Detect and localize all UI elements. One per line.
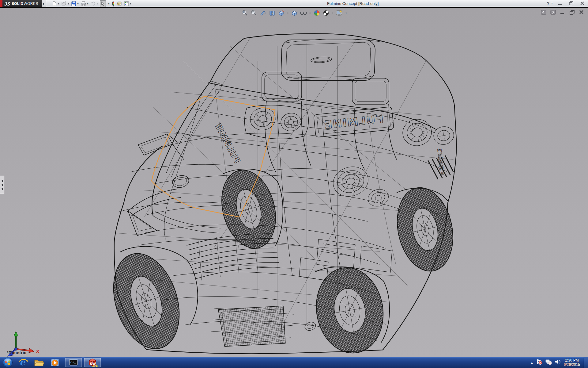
help-icon: ? [547, 1, 550, 6]
print-button[interactable]: ▼ [80, 1, 89, 7]
triad-x-label: X [36, 349, 39, 354]
select-dropdown[interactable]: ▼ [107, 1, 111, 7]
select-button[interactable] [100, 0, 106, 7]
file-properties-button[interactable] [116, 1, 123, 7]
model-wireframe-car[interactable]: FULMINE FULMINE FULMINE [0, 8, 588, 357]
hide-show-items-icon[interactable] [300, 9, 307, 17]
document-minimize-button[interactable] [559, 10, 566, 15]
windows-taskbar: e C:\_ [0, 357, 588, 368]
toolbar-separator [309, 12, 311, 14]
solidworks-taskbar-button[interactable]: SW 2015 [84, 358, 101, 368]
close-button[interactable] [578, 1, 586, 6]
media-player-icon[interactable] [49, 357, 61, 368]
next-window-button[interactable] [550, 10, 556, 15]
window-controls: ? ▼ [547, 1, 586, 6]
open-dropdown-arrow[interactable]: ▼ [67, 3, 70, 5]
undo-button[interactable]: ▼ [90, 1, 99, 7]
save-icon [71, 1, 76, 6]
traffic-light-icon [112, 1, 115, 6]
start-button[interactable] [2, 357, 13, 368]
toolbar-separator [287, 12, 288, 14]
solidworks-logo: ЗS SOLID WORKS [2, 0, 42, 7]
model-badge-side: FULMINE [213, 122, 242, 165]
zoom-to-fit-icon[interactable] [241, 9, 248, 17]
undo-icon [91, 1, 96, 6]
minimize-button[interactable] [556, 1, 564, 6]
toolbar-separator [332, 12, 333, 14]
zoom-to-area-icon[interactable] [250, 9, 257, 17]
rebuild-button[interactable] [111, 1, 115, 7]
internet-explorer-icon[interactable]: e [17, 357, 29, 368]
solidworks-logo-glyph: ЗS [4, 1, 11, 6]
menu-expander-arrow[interactable]: ▶ [42, 0, 46, 7]
show-hidden-icons-button[interactable]: ▲ [530, 361, 533, 364]
help-button[interactable]: ? ▼ [547, 1, 553, 6]
document-window-controls [540, 10, 585, 15]
file-properties-icon [117, 1, 122, 6]
command-prompt-label: C:\_ [70, 361, 76, 364]
taskbar-clock[interactable]: 2:30 PM 6/26/2015 [564, 358, 580, 367]
window-title: Fulmine Concept [Read-only] [327, 1, 379, 6]
action-center-icon[interactable] [536, 359, 542, 366]
quick-access-toolbar: ▼ ▼ ▼ ▼ ▼ [51, 0, 132, 7]
volume-icon[interactable] [555, 359, 561, 366]
document-close-button[interactable] [578, 10, 585, 15]
view-settings-icon[interactable] [335, 9, 343, 17]
command-prompt-taskbar-button[interactable]: C:\_ [65, 358, 82, 368]
save-button[interactable]: ▼ [71, 1, 80, 7]
featuremanager-collapse-tab[interactable] [0, 176, 4, 194]
collapse-arrow-icon [1, 184, 3, 186]
open-icon [62, 1, 67, 6]
open-button[interactable]: ▼ [61, 1, 70, 7]
solidworks-cube-year: 2015 [92, 365, 98, 367]
view-orientation-label: *Dimetric [7, 350, 26, 355]
solidworks-logo-light: WORKS [24, 2, 38, 6]
clock-time: 2:30 PM [564, 358, 580, 362]
title-bar: ЗS SOLID WORKS ▶ ▼ ▼ ▼ [0, 0, 588, 7]
restore-button[interactable] [567, 1, 575, 6]
section-view-icon[interactable] [268, 9, 276, 17]
options-button[interactable]: ▼ [123, 1, 132, 7]
rotate-view-icon[interactable] [259, 9, 266, 17]
undo-dropdown-arrow[interactable]: ▼ [96, 3, 99, 5]
print-dropdown-arrow[interactable]: ▼ [87, 3, 89, 5]
headsup-view-toolbar: ▼ [241, 9, 347, 17]
select-cursor-icon [101, 1, 105, 6]
help-dropdown-arrow[interactable]: ▼ [551, 2, 553, 4]
edit-appearance-icon[interactable] [313, 9, 320, 17]
windows-explorer-icon[interactable] [33, 357, 45, 368]
brand-red-strip [0, 0, 2, 7]
network-disconnected-icon[interactable] [545, 359, 552, 366]
options-dropdown-arrow[interactable]: ▼ [130, 3, 132, 5]
view-orientation-icon[interactable] [277, 9, 285, 17]
new-document-icon [52, 1, 57, 6]
print-icon [81, 1, 86, 6]
collapse-arrow-icon [1, 188, 3, 190]
display-style-icon[interactable] [291, 9, 298, 17]
options-icon [124, 1, 129, 6]
solidworks-logo-bold: SOLID [12, 2, 24, 6]
system-tray: ▲ [530, 359, 561, 366]
clock-date: 6/26/2015 [564, 362, 580, 367]
apply-scene-icon[interactable] [322, 9, 330, 17]
collapse-arrow-icon [1, 180, 3, 182]
previous-window-button[interactable] [540, 10, 547, 15]
solidworks-window: ЗS SOLID WORKS ▶ ▼ ▼ ▼ [0, 0, 588, 368]
save-dropdown-arrow[interactable]: ▼ [77, 3, 79, 5]
graphics-viewport[interactable]: FULMINE FULMINE FULMINE [0, 8, 588, 357]
show-desktop-button[interactable] [584, 357, 588, 368]
new-dropdown-arrow[interactable]: ▼ [58, 3, 60, 5]
new-document-button[interactable]: ▼ [51, 1, 60, 7]
document-restore-button[interactable] [569, 10, 575, 15]
view-settings-dropdown-arrow[interactable]: ▼ [345, 12, 347, 14]
